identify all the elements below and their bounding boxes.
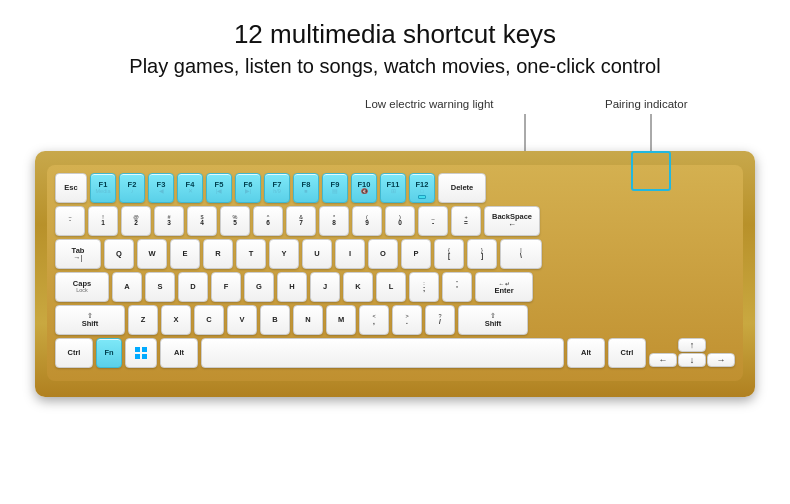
key-i[interactable]: I	[335, 239, 365, 269]
key-win[interactable]	[125, 338, 157, 368]
key-y[interactable]: Y	[269, 239, 299, 269]
function-row: Esc F1 Media F2 ♪ F3 ◀ F4 ✕	[55, 173, 735, 203]
key-x[interactable]: X	[161, 305, 191, 335]
key-h[interactable]: H	[277, 272, 307, 302]
svg-rect-1	[142, 347, 147, 352]
key-f8[interactable]: F8 ■	[293, 173, 319, 203]
annotation-area: Low electric warning light Pairing indic…	[35, 96, 755, 151]
key-6[interactable]: ^6	[253, 206, 283, 236]
key-space[interactable]	[201, 338, 564, 368]
key-c[interactable]: C	[194, 305, 224, 335]
asdf-row: CapsLock A S D F G H J K L :; "' ←↵Enter	[55, 272, 735, 302]
key-w[interactable]: W	[137, 239, 167, 269]
key-8[interactable]: *8	[319, 206, 349, 236]
key-j[interactable]: J	[310, 272, 340, 302]
key-g[interactable]: G	[244, 272, 274, 302]
key-f11[interactable]: F11 ⊞	[380, 173, 406, 203]
keyboard-body: Esc F1 Media F2 ♪ F3 ◀ F4 ✕	[35, 151, 755, 397]
key-d[interactable]: D	[178, 272, 208, 302]
key-arrow-left[interactable]: ←	[649, 353, 677, 367]
key-f4[interactable]: F4 ✕	[177, 173, 203, 203]
key-comma[interactable]: <,	[359, 305, 389, 335]
key-alt-right[interactable]: Alt	[567, 338, 605, 368]
key-arrow-right[interactable]: →	[707, 353, 735, 367]
key-f6[interactable]: F6 ▶|	[235, 173, 261, 203]
key-9[interactable]: (9	[352, 206, 382, 236]
key-4[interactable]: $4	[187, 206, 217, 236]
main-title: 12 multimedia shortcut keys	[129, 18, 660, 52]
key-plus[interactable]: +=	[451, 206, 481, 236]
key-shift-left[interactable]: ⇧Shift	[55, 305, 125, 335]
key-k[interactable]: K	[343, 272, 373, 302]
title-section: 12 multimedia shortcut keys Play games, …	[129, 18, 660, 80]
key-f3[interactable]: F3 ◀	[148, 173, 174, 203]
key-b[interactable]: B	[260, 305, 290, 335]
key-esc[interactable]: Esc	[55, 173, 87, 203]
key-delete[interactable]: Delete	[438, 173, 486, 203]
key-f10[interactable]: F10 🔇	[351, 173, 377, 203]
key-1[interactable]: !1	[88, 206, 118, 236]
key-z[interactable]: Z	[128, 305, 158, 335]
key-v[interactable]: V	[227, 305, 257, 335]
key-period[interactable]: >.	[392, 305, 422, 335]
key-tab[interactable]: Tab→|	[55, 239, 101, 269]
key-p[interactable]: P	[401, 239, 431, 269]
key-o[interactable]: O	[368, 239, 398, 269]
key-backspace[interactable]: BackSpace←	[484, 206, 540, 236]
key-f7[interactable]: F7 h/9	[264, 173, 290, 203]
key-tilde[interactable]: ~`	[55, 206, 85, 236]
svg-rect-3	[142, 354, 147, 359]
number-row: ~` !1 @2 #3 $4 %5 ^6 &7 *8 (9 )0 _- += B…	[55, 206, 735, 236]
key-7[interactable]: &7	[286, 206, 316, 236]
key-lbracket[interactable]: {[	[434, 239, 464, 269]
svg-rect-0	[135, 347, 140, 352]
key-rbracket[interactable]: }]	[467, 239, 497, 269]
page-container: 12 multimedia shortcut keys Play games, …	[0, 0, 790, 504]
key-quote[interactable]: "'	[442, 272, 472, 302]
key-q[interactable]: Q	[104, 239, 134, 269]
key-ctrl-left[interactable]: Ctrl	[55, 338, 93, 368]
key-slash[interactable]: ?/	[425, 305, 455, 335]
qwerty-row: Tab→| Q W E R T Y U I O P {[ }] |\	[55, 239, 735, 269]
key-0[interactable]: )0	[385, 206, 415, 236]
arrow-group: ↑ ← ↓ →	[649, 338, 735, 367]
zxcv-row: ⇧Shift Z X C V B N M <, >. ?/ ⇧Shift	[55, 305, 735, 335]
key-a[interactable]: A	[112, 272, 142, 302]
sub-title: Play games, listen to songs, watch movie…	[129, 52, 660, 80]
key-2[interactable]: @2	[121, 206, 151, 236]
key-arrow-up[interactable]: ↑	[678, 338, 706, 352]
keyboard-wrapper: Low electric warning light Pairing indic…	[35, 96, 755, 397]
keyboard-inner: Esc F1 Media F2 ♪ F3 ◀ F4 ✕	[47, 165, 743, 381]
pairing-label: Pairing indicator	[605, 98, 687, 110]
key-f1[interactable]: F1 Media	[90, 173, 116, 203]
key-alt-left[interactable]: Alt	[160, 338, 198, 368]
key-5[interactable]: %5	[220, 206, 250, 236]
key-u[interactable]: U	[302, 239, 332, 269]
key-r[interactable]: R	[203, 239, 233, 269]
key-f[interactable]: F	[211, 272, 241, 302]
key-capslock[interactable]: CapsLock	[55, 272, 109, 302]
low-electric-label: Low electric warning light	[365, 98, 493, 110]
key-l[interactable]: L	[376, 272, 406, 302]
key-backslash[interactable]: |\	[500, 239, 542, 269]
key-f12[interactable]: F12 □	[409, 173, 435, 203]
key-fn[interactable]: Fn	[96, 338, 122, 368]
key-s[interactable]: S	[145, 272, 175, 302]
key-e[interactable]: E	[170, 239, 200, 269]
key-f9[interactable]: F9 ▤	[322, 173, 348, 203]
key-minus[interactable]: _-	[418, 206, 448, 236]
key-shift-right[interactable]: ⇧Shift	[458, 305, 528, 335]
key-ctrl-right[interactable]: Ctrl	[608, 338, 646, 368]
key-enter[interactable]: ←↵Enter	[475, 272, 533, 302]
key-n[interactable]: N	[293, 305, 323, 335]
bottom-row: Ctrl Fn Alt Alt Ctrl	[55, 338, 735, 368]
key-arrow-down[interactable]: ↓	[678, 353, 706, 367]
key-m[interactable]: M	[326, 305, 356, 335]
key-f5[interactable]: F5 |◀	[206, 173, 232, 203]
key-t[interactable]: T	[236, 239, 266, 269]
key-f2[interactable]: F2 ♪	[119, 173, 145, 203]
key-semicolon[interactable]: :;	[409, 272, 439, 302]
svg-rect-2	[135, 354, 140, 359]
key-3[interactable]: #3	[154, 206, 184, 236]
